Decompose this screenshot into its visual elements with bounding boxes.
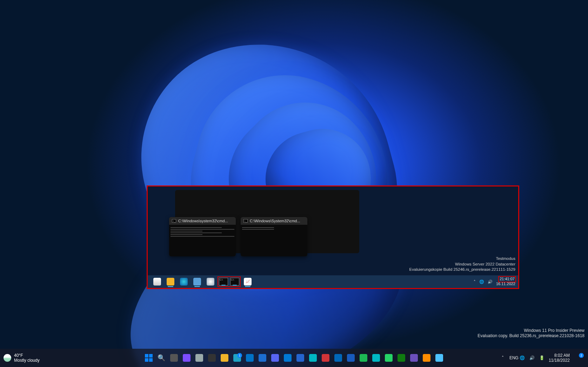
spotify-icon[interactable]	[358, 352, 369, 363]
network-icon[interactable]: 🌐	[519, 355, 526, 360]
taskbar: 40°F Mostly cloudy 🔍1 ˄ ENG 🌐 🔊 🔋 8:02 A…	[0, 349, 588, 367]
watermark-line: Testmodus	[409, 256, 515, 262]
more-1-icon[interactable]	[408, 352, 420, 363]
task-view-icon[interactable]	[152, 277, 162, 287]
battery-icon[interactable]: 🔋	[539, 355, 545, 360]
preview-body	[169, 225, 236, 256]
photos-icon[interactable]	[307, 352, 319, 363]
chat-icon[interactable]	[181, 352, 192, 363]
app-badge: 1	[237, 353, 242, 358]
cmd-icon: ›_	[172, 219, 176, 223]
cmd-window-2[interactable]	[230, 278, 239, 286]
desktop: ›_ C:\Windows\system32\cmd... ›_ C:\Wind…	[0, 0, 588, 367]
search-icon: 🔍	[158, 354, 165, 362]
cmd-taskbar-group-highlighted[interactable]	[218, 277, 240, 286]
watermark-line: Evaluierungskopie Build 25246.rs_prerele…	[409, 267, 515, 273]
outlook-icon[interactable]	[244, 352, 255, 363]
settings-icon[interactable]	[194, 352, 205, 363]
notifications-icon[interactable]: 2	[573, 352, 584, 363]
calendar-icon[interactable]	[282, 352, 293, 363]
volume-icon[interactable]: 🔊	[488, 280, 493, 284]
embedded-screenshot: ›_ C:\Windows\system32\cmd... ›_ C:\Wind…	[147, 185, 519, 289]
store-icon[interactable]	[257, 352, 268, 363]
weather-cond: Mostly cloudy	[14, 358, 40, 363]
clock-time: 8:02 AM	[549, 353, 570, 358]
watermark-line: Evaluation copy. Build 25236.rs_prerelea…	[477, 333, 584, 339]
cmd-window-1[interactable]	[219, 278, 228, 286]
desktop-watermark: Windows 11 Pro Insider Preview Evaluatio…	[477, 328, 584, 339]
preview-thumbnail[interactable]: ›_ C:\Windows\System32\cmd...	[241, 217, 307, 256]
taskbar-preview-thumbnails: ›_ C:\Windows\system32\cmd... ›_ C:\Wind…	[169, 217, 307, 256]
vscode-icon[interactable]	[333, 352, 344, 363]
start-icon[interactable]	[143, 352, 154, 363]
inner-clock[interactable]: 21:41:07 16.11.2022	[496, 277, 515, 287]
file-explorer-icon[interactable]	[219, 352, 230, 363]
taskbar-center: 🔍1	[143, 352, 445, 363]
preview-thumbnail[interactable]: ›_ C:\Windows\system32\cmd...	[169, 217, 236, 256]
server-manager-icon[interactable]	[192, 277, 202, 287]
xbox-icon[interactable]	[396, 352, 407, 363]
inner-watermark: Testmodus Windows Server 2022 Datacenter…	[409, 256, 515, 273]
weather-icon	[4, 354, 11, 362]
inner-time-highlighted: 21:41:07	[499, 277, 515, 282]
terminal-icon[interactable]	[206, 352, 218, 363]
more-3-icon[interactable]	[434, 352, 445, 363]
search-icon[interactable]: 🔍	[156, 352, 167, 363]
watermark-line: Windows Server 2022 Datacenter	[409, 262, 515, 267]
clock[interactable]: 8:02 AM 11/18/2022	[549, 353, 570, 363]
clock-date: 11/18/2022	[549, 358, 570, 363]
file-explorer-icon[interactable]	[166, 277, 175, 287]
chevron-up-icon[interactable]: ˄	[500, 355, 506, 360]
edge-icon[interactable]: 1	[232, 352, 243, 363]
chart-app-icon[interactable]: 📈	[243, 277, 253, 287]
language-indicator[interactable]: ENG	[509, 355, 516, 360]
preview-title: C:\Windows\system32\cmd...	[178, 219, 228, 223]
discord-icon[interactable]	[269, 352, 281, 363]
preview-body	[241, 225, 307, 256]
whatsapp-icon[interactable]	[383, 352, 394, 363]
watermark-line: Windows 11 Pro Insider Preview	[477, 328, 584, 334]
task-view-icon[interactable]	[168, 352, 180, 363]
cmd-icon: ›_	[243, 219, 248, 223]
network-icon[interactable]: 🌐	[479, 280, 484, 284]
todo-icon[interactable]	[295, 352, 306, 363]
inner-date: 16.11.2022	[496, 282, 515, 286]
notification-badge: 2	[579, 353, 584, 358]
powertoys-icon[interactable]	[320, 352, 331, 363]
inner-taskbar: 📈 ˄ 🌐 🔊 21:41:07 16.11.2022	[148, 275, 518, 288]
preview-title: C:\Windows\System32\cmd...	[250, 219, 300, 223]
more-2-icon[interactable]	[421, 352, 432, 363]
weather-temp: 40°F	[14, 353, 40, 358]
word-icon[interactable]	[345, 352, 356, 363]
cortana-icon[interactable]	[370, 352, 382, 363]
show-hidden-icons-icon[interactable]: ˄	[474, 280, 476, 284]
weather-widget[interactable]: 40°F Mostly cloudy	[4, 353, 40, 363]
edge-icon[interactable]	[179, 277, 189, 287]
disc-icon[interactable]	[206, 277, 215, 287]
volume-icon[interactable]: 🔊	[529, 355, 535, 360]
